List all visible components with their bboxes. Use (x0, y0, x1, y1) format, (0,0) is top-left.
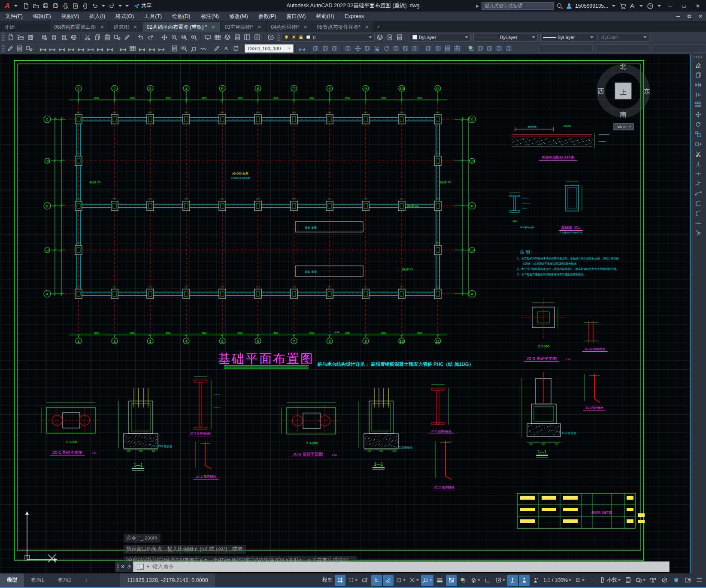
status-autoscale-toggle[interactable] (530, 575, 541, 586)
text-style-select[interactable]: TSSD_100_100 (245, 44, 294, 53)
new-button[interactable] (6, 33, 15, 42)
array-button[interactable] (693, 100, 704, 109)
bluegen-button[interactable] (485, 44, 494, 53)
sheet-button[interactable] (15, 44, 24, 53)
status-otrack-toggle[interactable] (408, 575, 420, 586)
close-button[interactable]: ✕ (692, 2, 703, 10)
status-selcycle-toggle[interactable] (458, 575, 468, 586)
dim-button[interactable] (105, 44, 114, 53)
new-layout-button[interactable]: + (78, 573, 94, 587)
undo-caret-icon[interactable] (102, 5, 105, 7)
qprops-button[interactable] (170, 44, 179, 53)
command-close-icon[interactable]: ✕ (121, 564, 124, 570)
status-grid-toggle[interactable] (335, 575, 345, 586)
scale-button[interactable] (693, 129, 704, 139)
menu-格式O[interactable]: 格式(O) (110, 12, 139, 21)
status-gear-toggle[interactable] (573, 575, 586, 586)
redo-icon[interactable] (109, 3, 115, 9)
status-snap-toggle[interactable] (346, 575, 359, 586)
scale-caret-icon[interactable] (569, 579, 571, 581)
new-icon[interactable] (23, 3, 29, 9)
status-hw-toggle[interactable] (659, 575, 670, 586)
status-cross-toggle[interactable] (587, 575, 597, 586)
status-transp-toggle[interactable] (446, 575, 457, 586)
explode-button[interactable] (693, 228, 704, 238)
bluegen-button[interactable] (433, 44, 443, 53)
menu-绘图D[interactable]: 绘图(D) (167, 12, 195, 21)
app-menu-caret-icon[interactable] (14, 5, 18, 7)
toolbar-grip[interactable] (277, 33, 280, 41)
status-ortho-toggle[interactable] (371, 575, 382, 586)
doc-tab-6[interactable]: 05节点与零件详图*✕ (312, 22, 373, 32)
linetype-select[interactable]: ByLayer (473, 33, 538, 42)
account-caret-icon[interactable] (612, 5, 615, 7)
chamfer-button[interactable] (693, 198, 704, 208)
redo-button[interactable] (145, 33, 155, 42)
toolbar-grip[interactable] (2, 45, 5, 52)
tab-close-icon[interactable]: ✕ (100, 24, 104, 30)
transfer-button[interactable] (385, 33, 394, 42)
sheet-button[interactable] (394, 33, 404, 42)
recent-commands-caret-icon[interactable] (146, 566, 150, 568)
layout-tab-模型[interactable]: 模型 (0, 573, 24, 587)
bluegen-button[interactable] (494, 44, 504, 53)
layout-tab-布局1[interactable]: 布局1 (24, 573, 51, 587)
status-osnap3d-toggle[interactable] (469, 575, 482, 586)
osnap-caret-icon[interactable] (430, 579, 432, 581)
wrench-icon[interactable] (127, 564, 131, 570)
selfilter-caret-icon[interactable] (503, 579, 505, 581)
bluegen-button[interactable] (424, 44, 433, 53)
maximize-button[interactable]: □ (679, 2, 690, 10)
ruler-caret-icon[interactable] (618, 579, 621, 581)
calc-button[interactable] (252, 33, 262, 42)
status-ducs-toggle[interactable] (482, 575, 493, 586)
edit-button[interactable] (212, 44, 221, 53)
copy-button[interactable] (693, 70, 704, 80)
help-button[interactable]: ? (266, 33, 276, 42)
refresh-button[interactable] (231, 44, 241, 53)
command-input[interactable]: >_ 键入命令 (133, 561, 670, 572)
account-id[interactable]: 1505999135... (575, 3, 608, 9)
bluegen-button[interactable] (311, 44, 321, 53)
bluegen-button[interactable] (330, 44, 339, 53)
rotate-button[interactable] (693, 119, 704, 129)
status-fullscreen-toggle[interactable] (682, 575, 693, 586)
menu-文件F[interactable]: 文件(F) (0, 12, 28, 21)
stretch-button[interactable] (693, 139, 704, 149)
cells-button[interactable] (128, 44, 137, 53)
menu-工具T[interactable]: 工具(T) (139, 12, 167, 21)
copy-button[interactable] (92, 33, 102, 42)
edit-button[interactable] (122, 33, 132, 42)
dim-button[interactable] (86, 44, 95, 53)
menu-修改M[interactable]: 修改(M) (224, 12, 253, 21)
dim-button[interactable] (297, 44, 307, 53)
open-button[interactable] (15, 33, 25, 42)
help-icon[interactable]: ? (647, 3, 654, 9)
bluegen-button[interactable] (321, 44, 330, 53)
bluegen-button[interactable] (476, 44, 485, 53)
dim-button[interactable] (76, 44, 86, 53)
status-gizmo-toggle[interactable] (507, 575, 518, 586)
rotate-button[interactable] (382, 44, 391, 53)
dim-button[interactable] (95, 44, 105, 53)
blend-button[interactable] (693, 218, 704, 228)
tab-close-icon[interactable]: ✕ (258, 24, 261, 30)
lockui-caret-icon[interactable] (643, 579, 645, 581)
break-button[interactable] (693, 178, 704, 188)
model-space-button[interactable]: 模型 (321, 575, 334, 586)
open-icon[interactable] (33, 3, 39, 9)
dim-button[interactable] (137, 44, 147, 53)
zoomprev-button[interactable] (189, 33, 199, 42)
offset-button[interactable] (693, 90, 704, 100)
match-button[interactable] (24, 44, 34, 53)
edit-button[interactable] (6, 44, 15, 53)
status-lockui-toggle[interactable] (634, 575, 647, 586)
plot-icon[interactable] (62, 3, 69, 9)
layer-select[interactable]: 0 (281, 33, 375, 42)
tab-close-icon[interactable]: ✕ (211, 24, 215, 30)
toolbar-grip[interactable] (2, 33, 5, 41)
save-button[interactable] (25, 33, 35, 42)
autocad-logo-icon[interactable]: A (2, 1, 13, 11)
doc-tab-4[interactable]: 03主刚架图*✕ (221, 22, 266, 32)
menu-参数P[interactable]: 参数(P) (253, 12, 282, 21)
